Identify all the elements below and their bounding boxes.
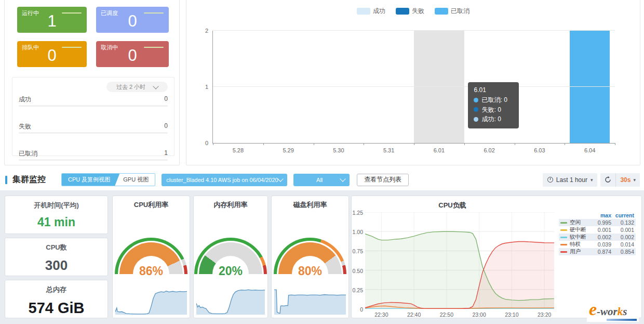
job-history-chart: 5.285.295.305.316.016.026.036.04 6.01已取消… bbox=[212, 31, 615, 144]
clock-icon bbox=[547, 177, 553, 183]
chart-column: 6.04 bbox=[565, 31, 615, 143]
tooltip-title: 6.01 bbox=[474, 85, 513, 95]
x-axis-label: 5.29 bbox=[263, 147, 314, 153]
legend-series-name: 空闲 bbox=[560, 219, 588, 226]
x-axis-label: 6.01 bbox=[414, 147, 464, 153]
legend-current-value: 0.002 bbox=[611, 234, 634, 240]
x-axis-label: 22:50 bbox=[440, 312, 453, 318]
cpu-load-chart: 00.250.500.751.001.25 22:3022:4022:5023:… bbox=[365, 212, 554, 309]
legend-row[interactable]: 空闲0.9950.132 bbox=[559, 219, 636, 226]
legend-swatch bbox=[560, 251, 567, 253]
stat-panel: 开机时间(平均)41 min bbox=[5, 196, 108, 234]
refresh-interval-dropdown[interactable]: 30s ▾ bbox=[615, 173, 640, 187]
chart-columns: 5.285.295.305.316.016.026.036.04 bbox=[213, 31, 615, 143]
axis-tick bbox=[515, 143, 515, 145]
section-title: 集群监控 bbox=[5, 174, 46, 185]
x-axis-label: 5.28 bbox=[213, 147, 263, 153]
job-select-value: cluster_Bladed 4.10 AWS job on 06/04/202… bbox=[166, 177, 278, 183]
time-range-label: Last 1 hour bbox=[556, 176, 587, 184]
legend-row[interactable]: 软中断0.0020.002 bbox=[559, 234, 636, 241]
summary-row-label: 已取消 bbox=[19, 149, 37, 158]
legend-row[interactable]: 硬中断0.0010.001 bbox=[559, 226, 636, 234]
legend-max-value: 0.995 bbox=[588, 219, 611, 226]
legend-col-current: current bbox=[611, 212, 634, 218]
legend-series-name: 硬中断 bbox=[560, 226, 588, 234]
node-filter-dropdown[interactable]: All bbox=[293, 174, 350, 186]
view-node-list-button[interactable]: 查看节点列表 bbox=[357, 174, 409, 186]
chart-legend-table: maxcurrent空闲0.9950.132硬中断0.0010.001软中断0.… bbox=[559, 212, 636, 255]
y-axis-label: 0.75 bbox=[353, 248, 363, 254]
chart-tooltip: 6.01已取消: 0失败: 0成功: 0 bbox=[468, 82, 519, 128]
gauge-value: 86% bbox=[115, 264, 187, 278]
refresh-controls: 30s ▾ bbox=[600, 173, 640, 187]
legend-series-name: 软中断 bbox=[560, 234, 588, 241]
legend-item[interactable]: 成功 bbox=[357, 7, 385, 16]
chevron-down-icon bbox=[278, 176, 284, 182]
legend-swatch bbox=[396, 8, 409, 15]
stat-title: 开机时间(平均) bbox=[5, 201, 108, 210]
gauge: 86% bbox=[115, 238, 187, 278]
chart-column: 5.30 bbox=[314, 31, 364, 143]
gauge: 20% bbox=[194, 238, 267, 278]
x-axis-label: 6.04 bbox=[565, 147, 615, 153]
legend-item[interactable]: 已取消 bbox=[435, 7, 469, 16]
legend-swatch bbox=[435, 8, 448, 15]
summary-row-divider bbox=[19, 159, 168, 161]
y-axis-label: 0.50 bbox=[353, 268, 363, 274]
x-axis-label: 22:30 bbox=[374, 312, 388, 318]
gauge-value: 80% bbox=[274, 264, 346, 278]
legend-row[interactable]: 用户0.8740.854 bbox=[559, 248, 636, 255]
stat-title: CPU数 bbox=[5, 243, 108, 252]
gauge: 80% bbox=[274, 238, 346, 278]
axis-tick bbox=[464, 143, 465, 145]
chart-legend: 成功失败已取消 bbox=[186, 7, 640, 16]
gauge-sparkline bbox=[115, 288, 187, 315]
axis-tick bbox=[263, 143, 264, 145]
legend-label: 失败 bbox=[412, 7, 424, 16]
tooltip-row: 已取消: 0 bbox=[474, 95, 513, 105]
job-stats-panel: 运行中1已调度0排队中0取消中0 过去 2 小时 成功0失败0已取消1 bbox=[4, 0, 180, 165]
tooltip-row: 失败: 0 bbox=[474, 105, 513, 115]
legend-label: 已取消 bbox=[451, 7, 469, 16]
legend-current-value: 0.132 bbox=[611, 219, 634, 226]
stat-value: 41 min bbox=[5, 215, 108, 229]
range-label: 过去 2 小时 bbox=[116, 83, 145, 91]
refresh-button[interactable] bbox=[600, 173, 615, 187]
summary-row-label: 成功 bbox=[19, 95, 31, 104]
legend-swatch bbox=[560, 244, 567, 245]
gridline bbox=[213, 86, 615, 87]
legend-item[interactable]: 失败 bbox=[396, 7, 424, 16]
job-summary-row: 成功0 bbox=[19, 95, 168, 109]
legend-swatch bbox=[357, 8, 370, 15]
tab-cpu-view[interactable]: CPU 及算例视图 bbox=[62, 174, 119, 186]
summary-row-label: 失败 bbox=[19, 122, 31, 131]
y-axis-label: 1.00 bbox=[353, 229, 363, 235]
tooltip-text: 已取消: 0 bbox=[481, 95, 507, 105]
x-axis-labels: 22:3022:4022:5023:0023:1023:20 bbox=[365, 312, 554, 319]
summary-row-value: 0 bbox=[164, 95, 168, 102]
title-marker bbox=[5, 176, 7, 184]
legend-current-value: 0.001 bbox=[611, 227, 634, 233]
caret-down-icon: ▾ bbox=[591, 177, 593, 183]
y-axis-labels: 00.250.500.751.001.25 bbox=[352, 212, 363, 309]
logo-underline bbox=[607, 319, 637, 321]
tooltip-dot bbox=[474, 117, 478, 122]
job-summary-range-select[interactable]: 过去 2 小时 bbox=[106, 82, 168, 92]
legend-swatch bbox=[560, 237, 567, 238]
grafana-section: 开机时间(平均)41 minCPU数300总内存574 GiB CPU利用率 8… bbox=[0, 190, 644, 324]
legend-swatch bbox=[560, 229, 567, 231]
eworks-logo: e-works bbox=[587, 300, 639, 322]
tab-gpu-view[interactable]: GPU 视图 bbox=[117, 174, 155, 186]
gridline bbox=[213, 30, 615, 31]
summary-row-value: 1 bbox=[164, 149, 168, 157]
job-select-dropdown[interactable]: cluster_Bladed 4.10 AWS job on 06/04/202… bbox=[162, 174, 287, 186]
x-axis-label: 5.30 bbox=[314, 147, 364, 153]
y-axis-label: 2 bbox=[205, 28, 208, 34]
legend-max-value: 0.002 bbox=[588, 234, 611, 240]
y-axis-label: 1 bbox=[205, 84, 208, 90]
job-stat-card: 取消中0 bbox=[96, 41, 169, 67]
stat-panel: 总内存574 GiB bbox=[5, 280, 108, 318]
legend-row[interactable]: 特权0.0390.014 bbox=[559, 241, 636, 248]
time-range-button[interactable]: Last 1 hour ▾ bbox=[543, 173, 598, 187]
job-stat-cards: 运行中1已调度0排队中0取消中0 bbox=[17, 7, 169, 67]
